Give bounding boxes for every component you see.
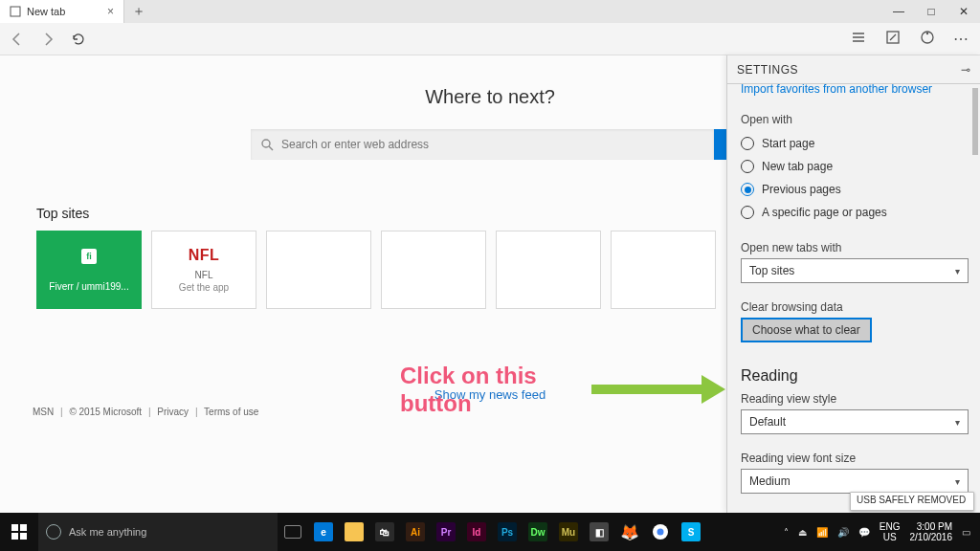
- app-sublime[interactable]: ◧: [584, 513, 614, 551]
- choose-what-to-clear-button[interactable]: Choose what to clear: [741, 318, 872, 342]
- terms-link[interactable]: Terms of use: [204, 407, 258, 417]
- tile-empty[interactable]: [266, 231, 371, 309]
- search-input[interactable]: [251, 129, 714, 160]
- app-ai[interactable]: Ai: [400, 513, 431, 551]
- tab-close-icon[interactable]: ×: [107, 5, 114, 18]
- svg-rect-10: [11, 533, 18, 540]
- tile-nfl[interactable]: NFL NFL Get the app: [151, 231, 256, 309]
- svg-point-4: [262, 140, 270, 147]
- tile-subtitle: Get the app: [179, 282, 229, 293]
- charms-icon[interactable]: 💬: [858, 527, 870, 538]
- annotation-text: Click on this button: [400, 363, 537, 418]
- import-favorites-link[interactable]: Import favorites from another browser: [741, 84, 967, 96]
- search-icon: [260, 138, 274, 155]
- msn-link[interactable]: MSN: [33, 407, 54, 417]
- app-firefox[interactable]: 🦊: [614, 513, 645, 551]
- tray-notification[interactable]: USB SAFELY REMOVED: [850, 492, 974, 511]
- share-icon[interactable]: [919, 29, 936, 50]
- chevron-down-icon: ▾: [955, 266, 960, 276]
- web-note-icon[interactable]: [884, 29, 902, 50]
- open-with-radios: Start page New tab page Previous pages A…: [741, 132, 967, 224]
- more-menu-icon[interactable]: ⋯: [953, 30, 970, 48]
- app-pr[interactable]: Pr: [431, 513, 461, 551]
- wifi-icon[interactable]: 📶: [816, 527, 828, 538]
- volume-icon[interactable]: 🔊: [837, 527, 849, 538]
- tab-title: New tab: [27, 6, 65, 17]
- close-window-button[interactable]: ✕: [947, 0, 980, 23]
- new-tab-button[interactable]: ＋: [124, 0, 153, 23]
- settings-pane: SETTINGS ⊸ Import favorites from another…: [726, 55, 980, 513]
- radio-icon: [741, 206, 754, 219]
- nav-toolbar: ⋯: [0, 23, 980, 55]
- tile-empty[interactable]: [381, 231, 486, 309]
- back-button[interactable]: [10, 32, 25, 47]
- reading-style-label: Reading view style: [741, 392, 967, 406]
- privacy-link[interactable]: Privacy: [157, 407, 189, 417]
- open-new-tabs-label: Open new tabs with: [741, 241, 967, 254]
- footer-links: MSN | © 2015 Microsoft | Privacy | Terms…: [33, 407, 258, 417]
- app-ps[interactable]: Ps: [492, 513, 523, 551]
- fiverr-icon: fi: [81, 249, 97, 264]
- minimize-button[interactable]: —: [882, 0, 915, 23]
- radio-icon: [741, 137, 754, 150]
- action-center-icon[interactable]: ▭: [962, 527, 970, 538]
- app-edge[interactable]: e: [308, 513, 339, 551]
- app-explorer[interactable]: [339, 513, 369, 551]
- system-tray: ˄ ⏏ 📶 🔊 💬 ENG US 3:00 PM 2/10/2016 ▭: [784, 521, 980, 542]
- app-id[interactable]: Id: [461, 513, 492, 551]
- nfl-logo: NFL: [189, 247, 220, 264]
- reading-heading: Reading: [741, 367, 967, 385]
- tab-favicon: [10, 6, 21, 17]
- svg-rect-11: [20, 533, 27, 540]
- tab-newtab[interactable]: New tab ×: [0, 0, 124, 23]
- tray-clock[interactable]: 3:00 PM 2/10/2016: [910, 521, 953, 542]
- hub-icon[interactable]: [850, 29, 867, 50]
- svg-marker-7: [702, 375, 725, 404]
- task-view-button[interactable]: [278, 513, 308, 551]
- tile-title: Fiverr / ummi199...: [49, 281, 128, 292]
- tray-caret-icon[interactable]: ˄: [784, 527, 789, 538]
- svg-point-13: [657, 529, 664, 536]
- maximize-button[interactable]: □: [915, 0, 947, 23]
- open-with-label: Open with: [741, 113, 967, 126]
- annotation-arrow-icon: [591, 370, 725, 408]
- tile-empty[interactable]: [611, 231, 716, 309]
- safely-remove-icon[interactable]: ⏏: [798, 527, 807, 538]
- chevron-down-icon: ▾: [955, 417, 960, 428]
- tile-fiverr[interactable]: fi Fiverr / ummi199...: [36, 231, 142, 309]
- radio-new-tab-page[interactable]: New tab page: [741, 155, 967, 178]
- svg-rect-0: [11, 7, 20, 16]
- refresh-button[interactable]: [71, 32, 86, 47]
- radio-specific-pages[interactable]: A specific page or pages: [741, 201, 967, 224]
- copyright: © 2015 Microsoft: [69, 407, 142, 417]
- cortana-placeholder: Ask me anything: [69, 526, 146, 538]
- svg-point-3: [926, 32, 928, 33]
- tile-title: NFL: [195, 270, 213, 280]
- forward-button[interactable]: [40, 32, 56, 47]
- radio-icon: [741, 160, 754, 173]
- taskbar-apps: e 🛍 Ai Pr Id Ps Dw Mu ◧ 🦊 S: [278, 513, 706, 551]
- settings-title: SETTINGS: [737, 63, 798, 77]
- titlebar: New tab × ＋ — □ ✕: [0, 0, 980, 23]
- reading-size-label: Reading view font size: [741, 452, 967, 465]
- open-new-tabs-dropdown[interactable]: Top sites ▾: [741, 258, 969, 283]
- tray-lang[interactable]: ENG US: [880, 521, 901, 542]
- app-chrome[interactable]: [645, 513, 676, 551]
- app-skype[interactable]: S: [676, 513, 706, 551]
- settings-scrollbar[interactable]: [972, 88, 978, 509]
- cortana-search[interactable]: Ask me anything: [38, 513, 278, 551]
- app-store[interactable]: 🛍: [369, 513, 400, 551]
- tile-empty[interactable]: [496, 231, 601, 309]
- clear-data-label: Clear browsing data: [741, 300, 967, 314]
- pin-pane-icon[interactable]: ⊸: [961, 63, 971, 77]
- start-button[interactable]: [0, 513, 38, 551]
- radio-previous-pages[interactable]: Previous pages: [741, 178, 967, 201]
- app-dw[interactable]: Dw: [523, 513, 553, 551]
- reading-size-dropdown[interactable]: Medium ▾: [741, 469, 969, 494]
- chevron-down-icon: ▾: [955, 476, 960, 487]
- radio-start-page[interactable]: Start page: [741, 132, 967, 155]
- reading-style-dropdown[interactable]: Default ▾: [741, 409, 969, 434]
- app-mu[interactable]: Mu: [553, 513, 584, 551]
- settings-header: SETTINGS ⊸: [727, 55, 980, 84]
- svg-rect-8: [11, 524, 18, 531]
